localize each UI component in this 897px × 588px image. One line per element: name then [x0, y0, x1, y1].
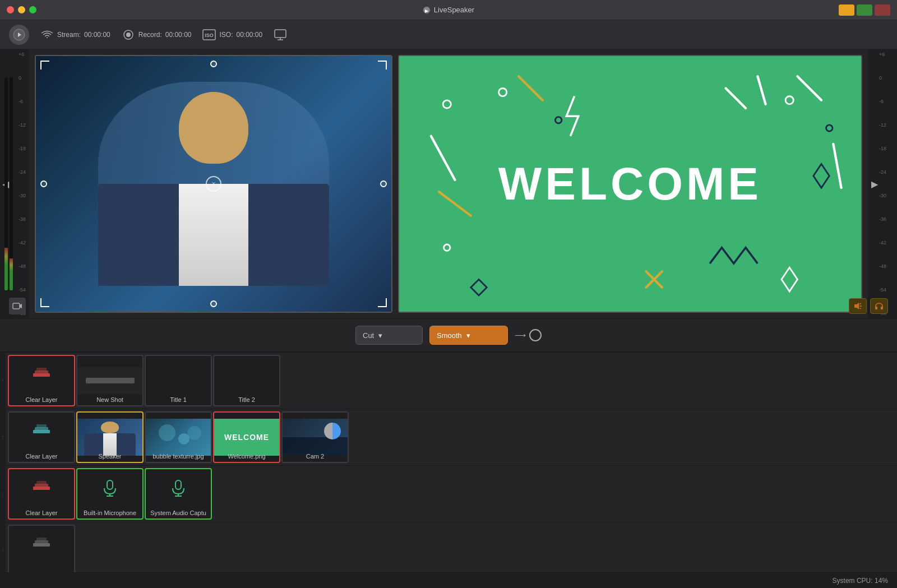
preview-panel-left[interactable]: ×: [35, 55, 392, 313]
vu-collapse-right[interactable]: ▶: [871, 179, 878, 189]
svg-rect-29: [13, 303, 20, 309]
layer-cell-sysaudio-label: System Audio Captu: [146, 510, 211, 516]
layer-cell-bubble[interactable]: bubble texturre.jpg: [145, 411, 212, 463]
maximize-button[interactable]: [29, 6, 36, 13]
svg-rect-39: [36, 368, 47, 371]
window-controls: [839, 4, 890, 16]
vu-scale-right: +60-6-12-18 -24-30-36-42-48 -54-60: [879, 49, 886, 318]
wc-green-button[interactable]: [857, 4, 872, 16]
smooth-label: Smooth: [437, 331, 462, 340]
layer-cell-cam2[interactable]: Cam 2: [281, 411, 349, 463]
logo-icon: [13, 29, 25, 41]
layer-cell-sysaudio[interactable]: System Audio Captu: [145, 468, 212, 520]
layer-3-cells: Clear Layer Built-in Microphone System A…: [6, 466, 897, 522]
preview-panel-right[interactable]: WELCOME: [398, 55, 862, 313]
layer-cell-welcome-label: Welcome.png: [214, 453, 279, 460]
svg-rect-45: [36, 481, 47, 484]
display-icon-item[interactable]: [274, 28, 287, 41]
layer-1-cells: Clear Layer New Shot Title 1 Title 2: [6, 353, 897, 409]
iso-time: 00:00:00: [237, 31, 263, 39]
layer-row-1: ⋮ Clear Layer New Shot Title 1: [0, 352, 897, 409]
app-title: ▶ LiveSpeaker: [423, 6, 474, 14]
drag-dots-2-icon: ⋮: [1, 435, 5, 440]
layer-2-drag-handle[interactable]: ⋮: [0, 409, 6, 465]
svg-rect-8: [275, 30, 286, 38]
layer-1-drag-handle[interactable]: ⋮: [0, 353, 6, 409]
layers-area: ⋮ Clear Layer New Shot Title 1: [0, 352, 897, 578]
record-indicator[interactable]: Record: 00:00:00: [122, 28, 192, 41]
layer-cell-empty-4[interactable]: [8, 525, 75, 576]
layer-cell-clear-1[interactable]: Clear Layer: [8, 355, 75, 406]
wc-orange-button[interactable]: [839, 4, 854, 16]
layer-row-4: ⋮: [0, 522, 897, 578]
cut-chevron-icon: ▾: [378, 331, 382, 340]
vu-meter-right: ▶ +60-6-12-18 -24-30-36-42-48 -54-60: [868, 49, 897, 318]
svg-rect-54: [36, 538, 47, 541]
stream-time: 00:00:00: [84, 31, 110, 39]
layer-cell-bubble-label: bubble texturre.jpg: [146, 453, 211, 460]
app-icon: ▶: [423, 6, 431, 14]
layer-cell-clear-2[interactable]: Clear Layer: [8, 411, 75, 463]
layer-cell-builtin-mic-label: Built-in Microphone: [77, 510, 142, 516]
svg-rect-46: [107, 480, 113, 489]
title-bar: ▶ LiveSpeaker: [0, 0, 897, 20]
layer-4-drag-handle[interactable]: ⋮: [0, 522, 6, 578]
record-icon: [122, 28, 135, 41]
drag-dots-4-icon: ⋮: [1, 548, 5, 553]
iso-label: ISO:: [219, 31, 233, 39]
microphone-icon: [102, 479, 118, 499]
layer-cell-title2-label: Title 2: [214, 396, 279, 403]
layer-cell-title2[interactable]: Title 2: [213, 355, 280, 406]
wc-red-button[interactable]: [875, 4, 890, 16]
iso-icon: ISO: [202, 28, 216, 41]
transition-bar: Cut ▾ Smooth ▾ ⟶: [0, 318, 897, 352]
layers-2-icon: [33, 424, 50, 441]
layer-cell-clear-3-label: Clear Layer: [9, 510, 74, 516]
layer-cell-speaker-label: Speaker: [77, 453, 142, 460]
headphone-monitor-button[interactable]: [870, 298, 888, 314]
layer-2-cells: Clear Layer Speaker bubble te: [6, 409, 897, 465]
layer-cell-speaker[interactable]: Speaker: [76, 411, 144, 463]
svg-point-5: [126, 33, 131, 37]
svg-rect-42: [36, 424, 47, 428]
stream-indicator: Stream: 00:00:00: [40, 28, 110, 41]
app-name-label: LiveSpeaker: [434, 6, 474, 14]
layer-3-drag-handle[interactable]: ⋮: [0, 466, 6, 522]
stream-label: Stream:: [57, 31, 81, 39]
layer-cell-newshot[interactable]: New Shot: [76, 355, 144, 406]
layer-cell-welcome[interactable]: WELCOME Welcome.png: [213, 411, 280, 463]
layer-cell-title1-label: Title 1: [146, 396, 211, 403]
smooth-dropdown[interactable]: Smooth ▾: [429, 326, 508, 345]
minimize-button[interactable]: [18, 6, 25, 13]
svg-rect-49: [175, 480, 181, 489]
video-preview-area: ×: [29, 49, 868, 318]
app-logo[interactable]: [9, 25, 29, 45]
go-transition[interactable]: ⟶: [515, 329, 542, 341]
status-cpu-value: 14%: [875, 577, 888, 585]
wifi-icon: [40, 28, 54, 41]
cut-dropdown[interactable]: Cut ▾: [355, 326, 423, 345]
close-button[interactable]: [7, 6, 14, 13]
layer-row-2: ⋮ Clear Layer Speaker: [0, 409, 897, 465]
cut-label: Cut: [363, 331, 374, 340]
layer-cell-clear-2-label: Clear Layer: [9, 453, 74, 460]
svg-rect-36: [881, 307, 883, 309]
go-circle-icon: [529, 329, 542, 341]
camera-settings-icon[interactable]: [9, 298, 26, 314]
layer-4-cells: [6, 522, 897, 578]
drag-dots-3-icon: ⋮: [1, 492, 5, 497]
main-preview-area: ◀ +60-6-12-18 -24-30-36-42-48 -54-60: [0, 49, 897, 318]
status-cpu-label: System CPU:: [833, 577, 873, 585]
record-label: Record:: [138, 31, 162, 39]
go-arrow-icon: ⟶: [515, 331, 526, 340]
layer-cell-title1[interactable]: Title 1: [145, 355, 212, 406]
system-audio-icon: [170, 479, 186, 499]
layer-cell-builtin-mic[interactable]: Built-in Microphone: [76, 468, 144, 520]
svg-rect-35: [875, 307, 877, 309]
traffic-lights: [7, 6, 36, 13]
record-time: 00:00:00: [165, 31, 192, 39]
iso-indicator: ISO ISO: 00:00:00: [202, 28, 262, 41]
layer-cell-cam2-label: Cam 2: [283, 453, 348, 460]
svg-text:▶: ▶: [425, 8, 429, 13]
layer-cell-clear-3[interactable]: Clear Layer: [8, 468, 75, 520]
